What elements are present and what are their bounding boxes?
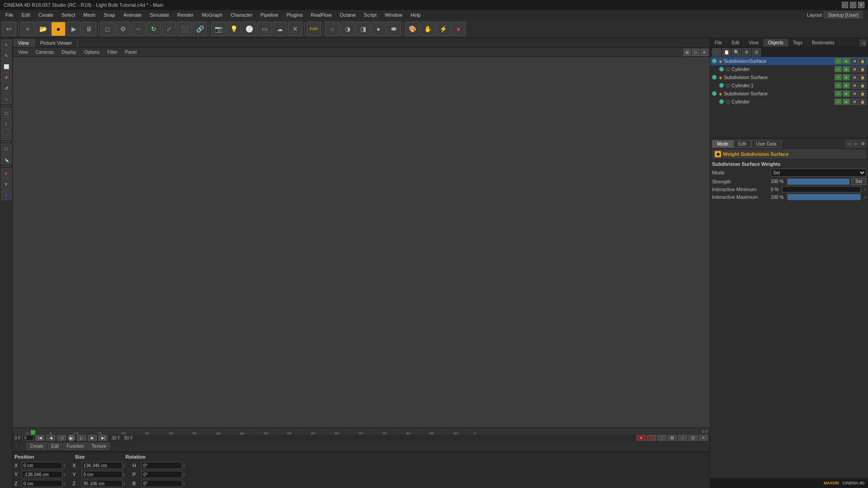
menu-help[interactable]: Help [407,11,425,19]
obj-item-cyl1[interactable]: ⬡ Cylinder ✓ ● ⊞ 🔒 [710,65,868,73]
obj-tag-btn-5[interactable]: ⊞ [851,90,858,97]
menu-snap[interactable]: Snap [100,11,119,19]
playback-prev-frame[interactable]: ◁ [57,435,66,441]
right-panel-collapse-btn[interactable]: ◁ [860,40,866,46]
sidebar-rotate-tool[interactable]: ↺ [1,83,11,93]
obj-render-btn-3[interactable]: ● [843,74,850,80]
sidebar-cursor-tool[interactable]: ↖ [1,40,11,50]
submenu-options[interactable]: Options [80,49,103,56]
obj-tag-btn-2[interactable]: ⊞ [851,66,858,72]
menu-create[interactable]: Create [35,11,57,19]
render-settings-btn[interactable]: ● [51,22,66,36]
rot-h-input[interactable] [142,462,182,469]
obj-tag-btn-6[interactable]: ⊞ [851,99,858,105]
submenu-panel[interactable]: Panel [122,49,141,56]
obj-render-btn-6[interactable]: ● [843,99,850,105]
attr-tab-edit[interactable]: Edit [733,140,751,148]
obj-render-btn-1[interactable]: ● [843,58,850,64]
obj-lock-btn-4[interactable]: 🔒 [859,82,866,89]
scale-btn[interactable]: ⤢ [162,22,176,36]
settings-btn[interactable]: ⚙ [116,22,130,36]
attr-back-btn[interactable]: ◁ [845,140,852,147]
coord-x-input[interactable] [22,462,62,469]
obj-icon-3[interactable]: 🔍 [732,48,741,56]
obj-lock-btn-5[interactable]: 🔒 [859,90,866,97]
edit-btn[interactable]: Edit [48,443,62,450]
obj-vis-btn-2[interactable]: ✓ [835,66,842,72]
material-btn[interactable]: ⚪ [242,22,256,36]
menu-simulate[interactable]: Simulate [146,11,173,19]
sidebar-axis-z[interactable]: Z [1,190,11,200]
submenu-filter[interactable]: Filter [104,49,121,56]
vp-toggle-1[interactable]: ⊞ [684,49,691,56]
rotate-btn[interactable]: ↻ [146,22,161,36]
size-y-input[interactable] [82,471,123,478]
coord-y-input[interactable] [22,471,62,478]
sidebar-selection-tool[interactable]: ⬜ [1,61,11,71]
menu-pipeline[interactable]: Pipeline [257,11,282,19]
camera-btn[interactable]: 📷 [211,22,226,36]
obj-lock-btn-1[interactable]: 🔒 [859,58,866,64]
menu-window[interactable]: Window [381,11,406,19]
obj-tag-btn-4[interactable]: ⊞ [851,82,858,89]
menu-mesh[interactable]: Mesh [80,11,99,19]
menu-select[interactable]: Select [58,11,79,19]
timeline-btn5[interactable]: ≡ [699,435,708,441]
timeline-btn3[interactable]: ○ [678,435,687,441]
sidebar-polygon-tool[interactable]: ◻ [1,108,11,118]
function-btn[interactable]: Function [63,443,87,450]
attr-settings-btn[interactable]: ⚙ [860,140,866,147]
sidebar-knife-tool[interactable]: 🔪 [1,155,11,164]
obj-item-cyl2[interactable]: ⬡ Cylinder.1 ✓ ● ⊞ 🔒 [710,81,868,89]
morph-btn[interactable]: ♦ [451,22,466,36]
timeline-btn1[interactable]: ⋮ [657,435,666,441]
sidebar-axis-x[interactable]: X [1,169,11,178]
interactive-min-slider[interactable] [782,186,860,192]
rot-b-input[interactable] [142,480,182,487]
menu-mograph[interactable]: MoGraph [198,11,226,19]
obj-icon-2[interactable]: 📋 [722,48,731,56]
autokey-btn[interactable]: ⬛ [647,435,656,441]
obj-icon-4[interactable]: ⚙ [742,48,751,56]
sidebar-edge-tool[interactable]: / [1,119,11,129]
obj-lock-btn-6[interactable]: 🔒 [859,99,866,105]
vp-toggle-2[interactable]: ▷ [692,49,699,56]
submenu-display[interactable]: Display [58,49,80,56]
vp-toggle-3[interactable]: ✕ [701,49,708,56]
obj-item-subd2[interactable]: ◈ Subdivision Surface ✓ ● ⊞ 🔒 [710,73,868,81]
attr-tab-mode[interactable]: Mode [712,140,733,148]
light-btn[interactable]: 💡 [226,22,241,36]
new-btn[interactable]: + [20,22,35,36]
ik-btn[interactable]: ⚡ [436,22,450,36]
obj-vis-btn-6[interactable]: ✓ [835,99,842,105]
render-btn[interactable]: ▶ [66,22,81,36]
rot-p-input[interactable] [142,471,182,478]
interactive-min-stepper[interactable]: ↕ [864,187,867,192]
size-x-input[interactable] [82,462,123,469]
extrude-btn[interactable]: ◨ [356,22,370,36]
obj-item-subd1[interactable]: ◈ SubdivisionSurface ✓ ● ⊞ 🔒 [710,57,868,65]
timeline-btn2[interactable]: ⊞ [668,435,677,441]
sidebar-axis-y[interactable]: Y [1,179,11,189]
coord-z-input[interactable] [22,480,62,487]
strength-set-btn[interactable]: Set [851,178,866,185]
right-tab-objects[interactable]: Objects [764,39,788,47]
obj-vis-btn-4[interactable]: ✓ [835,82,842,89]
object-btn[interactable]: ◻ [100,22,115,36]
menu-render[interactable]: Render [174,11,197,19]
sidebar-brush-tool[interactable]: ⬡ [1,144,11,154]
attr-fwd-btn[interactable]: ▷ [853,140,859,147]
submenu-view[interactable]: View [14,49,32,56]
obj-render-btn-4[interactable]: ● [843,82,850,89]
right-tab-bookmarks[interactable]: Bookmarks [807,39,840,47]
sweep-btn[interactable]: ● [371,22,386,36]
obj-icon-1[interactable]: ⬛ [712,48,721,56]
playback-end[interactable]: ▶| [99,435,108,441]
sidebar-scale-tool[interactable]: ⤡ [1,94,11,104]
obj-vis-btn-3[interactable]: ✓ [835,74,842,80]
menu-realflow[interactable]: RealFlow [307,11,335,19]
sidebar-point-tool[interactable]: · [1,130,11,140]
playback-next[interactable]: ▶ [88,435,97,441]
playback-start[interactable]: |◀ [35,435,44,441]
sculpt-btn[interactable]: ✋ [420,22,435,36]
